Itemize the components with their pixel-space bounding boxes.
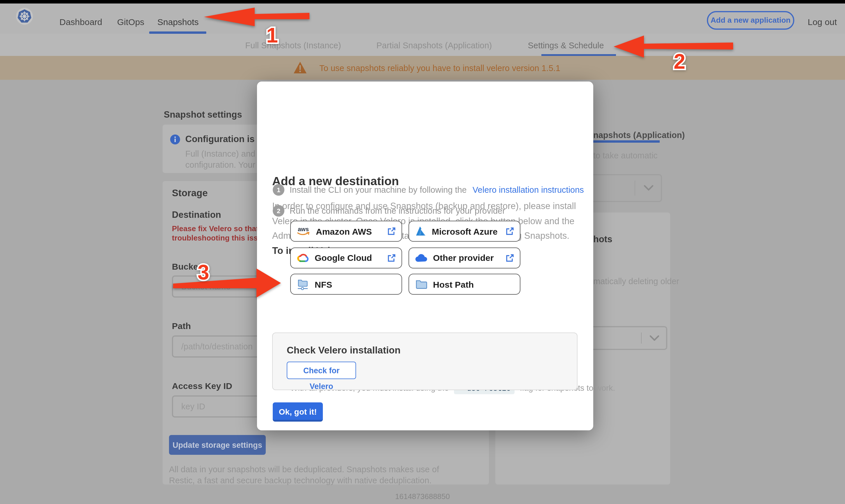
- tab-full-snapshots[interactable]: Full Snapshots (Instance): [245, 40, 341, 50]
- banner-message: To use snapshots reliably you have to in…: [319, 64, 560, 73]
- logout-button[interactable]: Log out: [808, 17, 837, 27]
- path-label: Path: [172, 321, 191, 331]
- provider-button-host-path[interactable]: Host Path: [408, 274, 521, 295]
- info-icon: [170, 134, 180, 144]
- tab-partial-snapshots[interactable]: Partial Snapshots (Application): [376, 40, 492, 50]
- step-2-badge: 2: [273, 205, 284, 217]
- storage-heading: Storage: [172, 187, 208, 199]
- chevron-down-icon: [644, 185, 653, 191]
- update-storage-button[interactable]: Update storage settings: [169, 435, 266, 455]
- provider-button-azure[interactable]: Microsoft Azure: [408, 221, 521, 242]
- chevron-down-icon: [650, 336, 659, 341]
- external-link-icon: [506, 254, 514, 262]
- external-link-icon: [388, 254, 396, 262]
- snapshots-subnav: Full Snapshots (Instance) Partial Snapsh…: [0, 34, 845, 56]
- step-2-text: Run the commands from the instructions f…: [289, 206, 505, 215]
- nav-item-dashboard[interactable]: Dashboard: [59, 17, 102, 27]
- provider-button-aws[interactable]: aws Amazon AWS: [290, 221, 402, 242]
- info-card-title: Configuration is sh: [185, 134, 267, 144]
- snapshot-settings-heading: Snapshot settings: [164, 109, 242, 120]
- azure-icon: [415, 226, 427, 236]
- provider-label: Other provider: [433, 253, 506, 263]
- cloud-icon: [415, 253, 428, 262]
- provider-label: Amazon AWS: [316, 226, 388, 236]
- provider-label: Host Path: [433, 279, 514, 289]
- provider-button-nfs[interactable]: NFS: [290, 274, 402, 295]
- svg-text:aws: aws: [298, 226, 309, 232]
- check-velero-title: Check Velero installation: [287, 345, 401, 356]
- active-tab-underline: [541, 54, 616, 56]
- bg-tab-underline: [588, 140, 660, 142]
- folder-icon: [415, 279, 428, 289]
- provider-button-google-cloud[interactable]: Google Cloud: [290, 247, 402, 268]
- nfs-share-icon: [297, 278, 310, 290]
- velero-error-line2: troubleshooting this issue: [172, 234, 267, 242]
- step-1-text: Install the CLI on your machine by follo…: [289, 185, 584, 195]
- dedup-text-line2: Restic, a fast and secure backup technol…: [169, 476, 432, 485]
- nav-item-gitops[interactable]: GitOps: [117, 17, 144, 27]
- provider-label: NFS: [315, 279, 396, 289]
- velero-error-line1: Please fix Velero so that th: [172, 224, 268, 233]
- add-destination-modal: Add a new destination In order to config…: [257, 82, 593, 430]
- nav-item-snapshots[interactable]: Snapshots: [157, 17, 199, 27]
- kubernetes-logo-icon: [16, 7, 33, 25]
- provider-button-other[interactable]: Other provider: [408, 247, 521, 268]
- aws-icon: aws: [297, 226, 311, 237]
- bg-automatic-text-fragment: to take automatic: [593, 151, 658, 160]
- dropdown-divider: [641, 332, 641, 344]
- screen: Dashboard GitOps Snapshots Add a new app…: [0, 0, 845, 504]
- warning-triangle-icon: [293, 61, 307, 74]
- footer-timestamp: 1614873688850: [0, 492, 845, 501]
- window-top-strip: [0, 0, 845, 3]
- provider-label: Google Cloud: [315, 253, 388, 263]
- external-link-icon: [388, 227, 396, 235]
- velero-instructions-link[interactable]: Velero installation instructions: [473, 185, 584, 195]
- velero-warning-banner: To use snapshots reliably you have to in…: [0, 56, 845, 80]
- step-1-instruction: Install the CLI on your machine by follo…: [289, 185, 467, 195]
- top-nav: Dashboard GitOps Snapshots Add a new app…: [0, 3, 845, 34]
- destination-label: Destination: [172, 210, 221, 220]
- dropdown-divider: [634, 181, 635, 196]
- access-key-label: Access Key ID: [172, 381, 232, 391]
- check-for-velero-button[interactable]: Check for Velero: [287, 362, 356, 379]
- external-link-icon: [506, 227, 514, 235]
- google-cloud-icon: [297, 252, 310, 263]
- step-1-badge: 1: [273, 184, 284, 196]
- dedup-text-line1: All data in your snapshots will be dedup…: [169, 465, 439, 474]
- ok-got-it-button[interactable]: Ok, got it!: [273, 402, 323, 421]
- add-application-button[interactable]: Add a new application: [707, 11, 794, 30]
- bg-retention-heading-fragment: hots: [593, 234, 612, 245]
- bucket-label: Bucket: [172, 262, 201, 271]
- bg-deleting-text-fragment: matically deleting older: [593, 276, 679, 286]
- bg-partial-tab-fragment: napshots (Application): [593, 130, 685, 140]
- provider-label: Microsoft Azure: [432, 226, 506, 236]
- check-velero-card: Check Velero installation Check for Vele…: [272, 332, 578, 390]
- tab-settings-schedule[interactable]: Settings & Schedule: [528, 40, 604, 50]
